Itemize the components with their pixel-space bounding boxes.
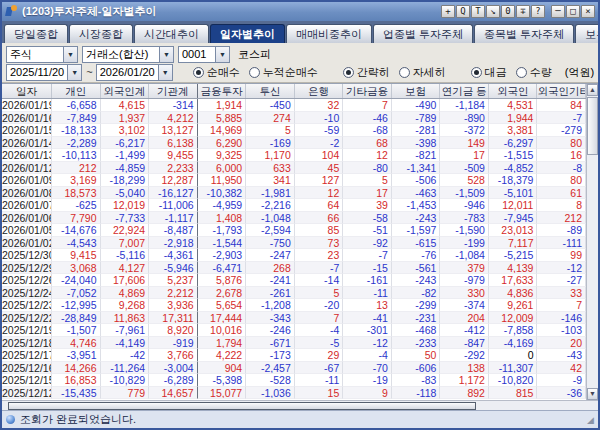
table-row[interactable]: 2025/12/23-12,9959,2683,9365,654-1,208-2…	[2, 299, 586, 312]
radio-icon[interactable]	[249, 67, 260, 78]
vertical-scroll-thumb[interactable]	[587, 97, 598, 155]
horizontal-scroll-thumb[interactable]	[8, 402, 476, 410]
table-row[interactable]: 2026/01/13-10,113-1,4999,4559,3251,17010…	[2, 149, 586, 162]
table-row[interactable]: 2025/12/1614,266-11,264-3,004904-2,457-6…	[2, 362, 586, 375]
tab-당일종합[interactable]: 당일종합	[4, 24, 68, 43]
table-row[interactable]: 2025/12/309,415-5,116-4,361-2,903-24723-…	[2, 249, 586, 262]
value-cell: -4	[295, 324, 344, 337]
chevron-down-icon[interactable]: ▼	[159, 47, 173, 62]
value-cell: -398	[392, 137, 441, 150]
resize-grip-icon[interactable]: ◢	[587, 415, 594, 425]
tab-시장종합[interactable]: 시장종합	[69, 24, 133, 43]
value-cell: -16,127	[149, 187, 198, 200]
radio-icon[interactable]	[516, 67, 527, 78]
radio-순매수[interactable]: 순매수	[193, 65, 240, 80]
chevron-down-icon[interactable]: ▼	[215, 47, 229, 62]
radio-icon[interactable]	[399, 67, 410, 78]
chevron-down-icon[interactable]: ▼	[63, 47, 77, 62]
date-from-combo[interactable]: 2025/11/20 ▼	[6, 64, 82, 81]
table-row[interactable]: 2026/01/12212-4,8592,2336,00063345-80-1,…	[2, 162, 586, 175]
value-cell: 17	[343, 187, 392, 200]
tab-업종별 투자주체[interactable]: 업종별 투자주체	[373, 24, 473, 43]
value-cell: -7,052	[52, 287, 101, 300]
asset-type-combo[interactable]: 주식 ▼	[6, 46, 78, 63]
radio-누적순매수[interactable]: 누적순매수	[249, 65, 318, 80]
value-cell: 379	[440, 262, 489, 275]
value-cell: -490	[392, 99, 441, 112]
table-row[interactable]: 2026/01/14-2,289-6,2176,1386,290-169-268…	[2, 137, 586, 150]
index-code-combo[interactable]: 0001 ▼	[178, 46, 230, 63]
status-bar: 조회가 완료되었습니다. ◢	[2, 410, 598, 428]
titlebar-tool-button[interactable]: ∓	[516, 5, 530, 18]
table-row[interactable]: 2026/01/0818,573-5,040-16,127-10,382-1,9…	[2, 187, 586, 200]
radio-수량[interactable]: 수량	[516, 65, 552, 80]
table-row[interactable]: 2026/01/19-6,6584,615-3141,914-450327-49…	[2, 99, 586, 112]
minimize-button[interactable]: ─	[551, 5, 565, 18]
titlebar-tool-button[interactable]: +	[441, 5, 455, 18]
table-row[interactable]: 2026/01/067,790-7,733-1,1171,408-1,04866…	[2, 212, 586, 225]
date-cell: 2026/01/19	[2, 99, 52, 112]
radio-간략히[interactable]: 간략히	[343, 65, 390, 80]
close-button[interactable]: ×	[581, 5, 595, 18]
value-cell: -11,264	[101, 362, 150, 375]
tab-시간대추이[interactable]: 시간대추이	[134, 24, 209, 43]
radio-icon[interactable]	[343, 67, 354, 78]
tab-보유증가종목[interactable]: 보유증가종목	[575, 24, 600, 43]
exchange-combo[interactable]: 거래소(합산) ▼	[82, 46, 174, 63]
radio-icon[interactable]	[471, 67, 482, 78]
table-row[interactable]: 2025/12/17-3,951-423,7664,222-17329-450-…	[2, 349, 586, 362]
table-row[interactable]: 2025/12/22-28,84911,86317,31117,444-3437…	[2, 312, 586, 325]
maximize-button[interactable]: □	[566, 5, 580, 18]
table-row[interactable]: 2025/12/19-1,507-7,9618,92010,016-246-4-…	[2, 324, 586, 337]
status-message: 조회가 완료되었습니다.	[20, 412, 136, 427]
table-row[interactable]: 2025/12/26-24,04017,6065,2375,876-241-14…	[2, 274, 586, 287]
radio-자세히[interactable]: 자세히	[399, 65, 446, 80]
table-row[interactable]: 2025/12/24-7,0524,8692,2122,678-2615-11-…	[2, 287, 586, 300]
vertical-scrollbar[interactable]: ▲ ▼	[586, 84, 598, 400]
value-cell: -1,048	[246, 212, 295, 225]
date-cell: 2025/12/15	[2, 374, 52, 387]
value-cell: 1,944	[489, 112, 538, 125]
table-row[interactable]: 2026/01/15-18,1333,10213,12714,9695-59-6…	[2, 124, 586, 137]
table-row[interactable]: 2026/01/093,169-18,29912,28711,950341127…	[2, 174, 586, 187]
date-cell: 2025/12/24	[2, 287, 52, 300]
value-cell: 7	[537, 299, 586, 312]
window-title: (1203)투자주체-일자별추이	[22, 4, 441, 19]
titlebar-tool-button[interactable]: ↘	[486, 5, 500, 18]
titlebar-tool-button[interactable]: 0	[501, 5, 515, 18]
value-cell: -509	[440, 162, 489, 175]
value-cell: -7,961	[101, 324, 150, 337]
table-row[interactable]: 2026/01/02-4,5437,007-2,918-1,544-75073-…	[2, 237, 586, 250]
value-cell: -243	[392, 212, 441, 225]
titlebar-tool-button[interactable]: Q	[456, 5, 470, 18]
titlebar-tool-button[interactable]: ?	[531, 5, 545, 18]
table-row[interactable]: 2026/01/07-62512,019-11,006-4,959-2,2166…	[2, 199, 586, 212]
value-cell: -111	[537, 237, 586, 250]
table-row[interactable]: 2025/12/1516,853-10,829-6,289-5,398-528-…	[2, 374, 586, 387]
titlebar-tool-button[interactable]: T	[471, 5, 485, 18]
table-row[interactable]: 2025/12/12-15,43577914,65715,077-1,03615…	[2, 387, 586, 400]
tab-일자별추이[interactable]: 일자별추이	[210, 24, 285, 43]
chevron-down-icon[interactable]: ▼	[67, 65, 81, 80]
value-cell: 12	[295, 187, 344, 200]
tab-종목별 투자주체[interactable]: 종목별 투자주체	[474, 24, 574, 43]
table-row[interactable]: 2025/12/184,746-4,149-9191,794-671-5-12-…	[2, 337, 586, 350]
value-cell: -5,101	[489, 187, 538, 200]
radio-대금[interactable]: 대금	[471, 65, 507, 80]
asset-type-value: 주식	[7, 47, 63, 62]
scroll-down-icon[interactable]: ▼	[587, 388, 598, 400]
radio-icon[interactable]	[193, 67, 204, 78]
date-to-combo[interactable]: 2026/01/20 ▼	[96, 64, 173, 81]
tab-매매비중추이[interactable]: 매매비중추이	[286, 24, 372, 43]
value-cell: 66	[295, 212, 344, 225]
horizontal-scrollbar[interactable]	[2, 400, 598, 410]
table-row[interactable]: 2026/01/16-7,8491,9374,2125,885274-10-46…	[2, 112, 586, 125]
value-cell: 12,019	[101, 199, 150, 212]
table-row[interactable]: 2025/12/293,0684,127-5,946-6,471268-7-15…	[2, 262, 586, 275]
value-cell: -1,208	[246, 299, 295, 312]
table-row[interactable]: 2026/01/05-14,67622,924-8,487-1,793-2,59…	[2, 224, 586, 237]
scroll-up-icon[interactable]: ▲	[587, 84, 598, 96]
chevron-down-icon[interactable]: ▼	[158, 65, 172, 80]
value-cell: -847	[440, 337, 489, 350]
value-cell: -625	[52, 199, 101, 212]
